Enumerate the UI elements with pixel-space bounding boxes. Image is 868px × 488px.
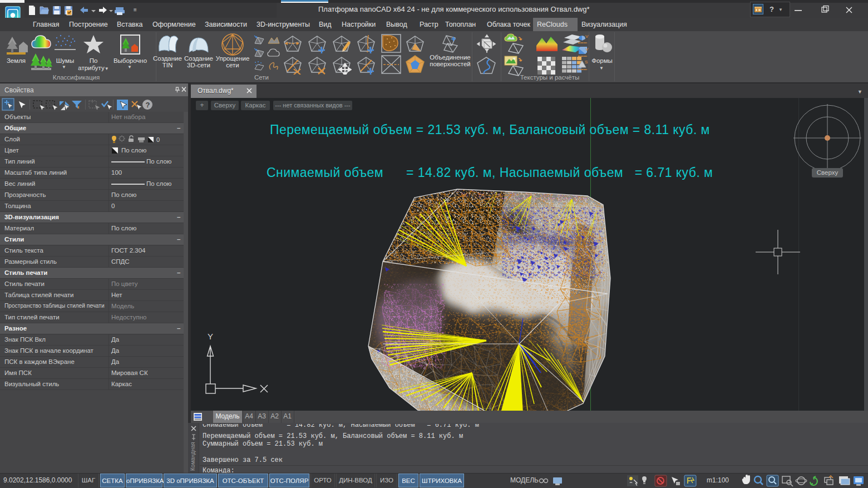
svg-text:Y: Y xyxy=(208,332,213,341)
svg-text:V: V xyxy=(585,47,589,52)
svg-text:V: V xyxy=(585,34,589,39)
svg-text:0: 0 xyxy=(156,136,160,143)
svg-text:?: ? xyxy=(146,101,150,109)
